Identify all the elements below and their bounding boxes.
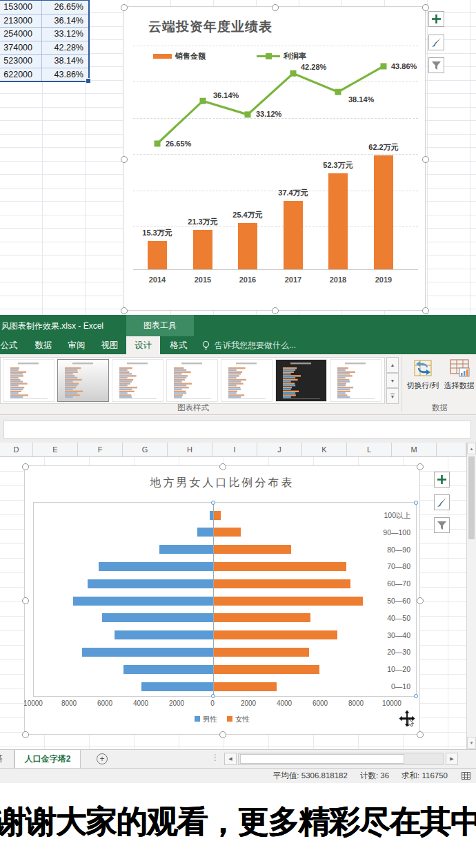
select-data-button[interactable]: 选择数据	[442, 356, 476, 401]
cell-value[interactable]: 254000	[0, 28, 41, 41]
selection-handle[interactable]	[422, 4, 429, 11]
male-bar-10[interactable]	[141, 682, 213, 691]
male-bar-1[interactable]	[197, 528, 213, 537]
plot-area[interactable]: 15.3万元201421.3万元201525.4万元201637.4万元2017…	[123, 7, 425, 310]
cell-row[interactable]: 21300036.14%	[0, 14, 88, 28]
female-bar-1[interactable]	[214, 528, 241, 537]
cell-value[interactable]: 213000	[0, 15, 41, 28]
top-worksheet[interactable]: 15300026.65%21300036.14%25400033.12%3740…	[0, 0, 476, 315]
cell-percent[interactable]: 33.12%	[41, 28, 88, 41]
chart-style-4[interactable]	[166, 359, 218, 402]
scroll-right-button[interactable]: ▶	[446, 753, 458, 765]
male-bar-3[interactable]	[99, 562, 213, 571]
chart-filters-button[interactable]	[428, 57, 444, 73]
selection-handle[interactable]	[219, 731, 226, 738]
selection-handle[interactable]	[22, 597, 29, 604]
cell-row[interactable]: 37400042.28%	[0, 41, 88, 55]
profit-line-series[interactable]	[123, 7, 425, 310]
column-headers[interactable]: DEFGHIJKLM	[0, 443, 466, 457]
scroll-down-button[interactable]: ▼	[467, 737, 476, 749]
selection-handle[interactable]	[22, 731, 29, 738]
ribbon-tab-5[interactable]: 设计	[126, 336, 160, 354]
line-marker[interactable]	[290, 70, 297, 77]
female-bar-3[interactable]	[214, 562, 346, 571]
plot-selection-handle[interactable]	[211, 694, 215, 698]
chart-style-3[interactable]	[112, 359, 163, 402]
female-bar-8[interactable]	[214, 648, 309, 657]
cell-row[interactable]: 52300038.14%	[0, 54, 88, 68]
column-header-I[interactable]: I	[212, 443, 257, 456]
female-bar-2[interactable]	[214, 545, 291, 554]
male-bar-7[interactable]	[115, 630, 213, 639]
female-bar-7[interactable]	[214, 630, 337, 639]
combo-chart[interactable]: 云端投资年度业绩表 销售金额 利润率 15.3万元201421.3万元20152…	[123, 6, 426, 311]
male-bar-6[interactable]	[102, 613, 213, 622]
ribbon-tab-3[interactable]: 审阅	[61, 336, 92, 354]
fill-handle[interactable]	[86, 78, 91, 84]
column-header-M[interactable]: M	[392, 443, 437, 456]
cell-value[interactable]: 523000	[0, 55, 41, 68]
pyramid-chart[interactable]: 地方男女人口比例分布表 100以上90—10080—9070—8060—7050…	[24, 465, 420, 735]
selection-handle[interactable]	[121, 4, 128, 11]
sheet-tab-partial[interactable]: 塔	[0, 750, 14, 768]
cell-percent[interactable]: 38.14%	[41, 55, 88, 68]
chart-style-1[interactable]	[3, 359, 54, 402]
ribbon-tab-6[interactable]: 格式	[163, 336, 195, 354]
female-bar-9[interactable]	[214, 665, 319, 674]
column-header-D[interactable]: D	[0, 443, 33, 456]
scroll-left-button[interactable]: ◀	[224, 753, 237, 765]
chart-style-5[interactable]	[221, 359, 272, 402]
selection-handle[interactable]	[22, 463, 29, 470]
cell-value[interactable]: 374000	[0, 41, 41, 55]
chart-style-2[interactable]	[57, 359, 109, 402]
plot-selection-handle[interactable]	[414, 694, 418, 698]
chart-title[interactable]: 地方男女人口比例分布表	[25, 476, 419, 490]
vertical-scrollbar[interactable]: ▲ ▼	[466, 443, 476, 749]
chart-styles-button[interactable]	[434, 494, 450, 510]
female-bar-4[interactable]	[214, 579, 350, 588]
gallery-down-button[interactable]: ▼	[386, 373, 399, 389]
sheet-tab-active[interactable]: 人口金字塔2	[14, 750, 81, 768]
line-marker[interactable]	[245, 111, 251, 117]
female-bar-6[interactable]	[214, 613, 310, 622]
line-marker[interactable]	[155, 140, 161, 146]
selection-handle[interactable]	[121, 156, 128, 163]
switch-row-column-button[interactable]: 切换行/列	[404, 356, 442, 401]
selection-handle[interactable]	[417, 731, 424, 738]
column-header-G[interactable]: G	[123, 443, 168, 456]
column-header-K[interactable]: K	[302, 443, 347, 456]
female-bar-5[interactable]	[214, 597, 363, 606]
column-header-F[interactable]: F	[78, 443, 123, 456]
formula-bar[interactable]	[3, 421, 471, 438]
gallery-up-button[interactable]: ▲	[386, 357, 399, 373]
tabbar-divider-dots[interactable]: ⋮	[211, 753, 219, 762]
cell-row[interactable]: 62200043.86%	[0, 68, 88, 81]
selection-handle[interactable]	[417, 597, 424, 604]
cell-value[interactable]: 622000	[0, 68, 41, 81]
chart-style-6[interactable]	[275, 359, 327, 402]
column-header-L[interactable]: L	[347, 443, 392, 456]
cell-row[interactable]: 25400033.12%	[0, 27, 88, 41]
scroll-up-button[interactable]: ▲	[467, 443, 476, 454]
selection-handle[interactable]	[422, 156, 429, 163]
chart-style-7[interactable]	[330, 359, 381, 402]
selection-handle[interactable]	[272, 307, 279, 314]
plot-selection-handle[interactable]	[211, 501, 215, 505]
ribbon-tab-1[interactable]: 公式	[0, 336, 23, 354]
selection-handle[interactable]	[272, 4, 279, 11]
line-marker[interactable]	[200, 98, 206, 104]
selected-cell-range[interactable]: 15300026.65%21300036.14%25400033.12%3740…	[0, 0, 90, 82]
ribbon-tab-2[interactable]: 数据	[28, 336, 59, 354]
plot-area[interactable]: 100以上90—10080—9070—8060—7050—6040—5030—4…	[33, 502, 417, 697]
cell-row[interactable]: 15300026.65%	[0, 0, 88, 14]
horizontal-scroll-thumb[interactable]	[240, 754, 404, 764]
new-sheet-button[interactable]: +	[97, 753, 108, 764]
selection-handle[interactable]	[422, 307, 429, 314]
selection-handle[interactable]	[417, 463, 424, 470]
normal-view-icon[interactable]	[462, 772, 470, 780]
cell-percent[interactable]: 26.65%	[41, 1, 88, 14]
chart-legend[interactable]: 男性 女性	[25, 715, 419, 724]
line-marker[interactable]	[335, 89, 341, 95]
male-bar-8[interactable]	[82, 648, 213, 657]
chart-filters-button[interactable]	[434, 517, 450, 533]
